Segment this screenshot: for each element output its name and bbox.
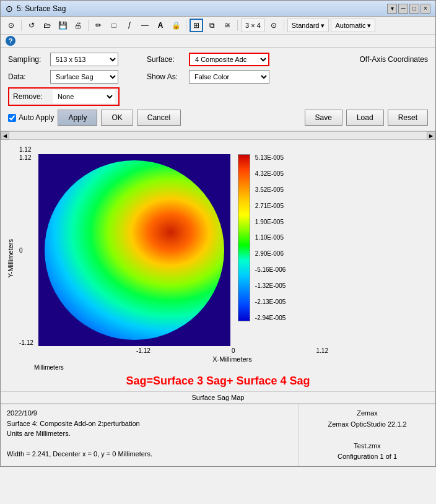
horizontal-scrollbar[interactable]: ◀ ▶ — [1, 131, 435, 140]
status-date: 2022/10/9 — [7, 408, 292, 419]
sep2 — [88, 20, 89, 31]
cb-val-1: 4.32E-005 — [255, 170, 286, 177]
main-window: ⊙ 5: Surface Sag ▾ ─ □ × ⊙ ↺ 🗁 💾 🖨 ✏ — [0, 0, 436, 467]
settings-button[interactable]: ⊙ — [4, 19, 18, 32]
close-button[interactable]: × — [421, 4, 430, 14]
pin-button[interactable]: ▾ — [387, 4, 397, 14]
lock-button[interactable]: 🔒 — [169, 19, 183, 32]
refresh-icon: ↺ — [28, 21, 35, 30]
y-label-bottom: -1.12 — [19, 339, 33, 346]
chart-plot — [38, 154, 230, 346]
cb-val-7: -5.16E-006 — [255, 266, 286, 273]
surface-select[interactable]: 4 Composite Adc — [189, 53, 269, 66]
chart-area: Y-Millimeters 1.12 1.12 0 -1.12 — [1, 140, 435, 391]
layers-icon: ≋ — [224, 21, 230, 30]
sampling-select[interactable]: 513 x 513 — [50, 53, 118, 66]
dash-button[interactable]: — — [138, 19, 152, 32]
load-button[interactable]: Load — [346, 110, 384, 126]
open-button[interactable]: 🗁 — [40, 19, 54, 32]
auto-apply-checkbox[interactable] — [8, 114, 16, 122]
cb-val-4: 1.90E-005 — [255, 219, 286, 225]
reset-button[interactable]: Reset — [388, 110, 428, 126]
x-label-left: -1.12 — [136, 347, 150, 354]
scroll-right-button[interactable]: ▶ — [427, 131, 435, 140]
controls-row-1: Sampling: 513 x 513 Surface: 4 Composite… — [8, 53, 428, 66]
cb-val-9: -2.13E-005 — [255, 298, 286, 305]
grid-size-button[interactable]: 3 × 4 — [241, 19, 265, 32]
chart-inner: 1.12 1.12 0 -1.12 5.13E-005 — [19, 146, 429, 371]
restore-button[interactable]: □ — [409, 4, 419, 14]
map-title: Surface Sag Map — [1, 391, 435, 404]
chart-plot-row: 1.12 0 -1.12 5.13E-005 4.32E-005 3.52E-0 — [19, 154, 429, 346]
status-empty2 — [305, 430, 429, 441]
cb-val-3: 2.71E-005 — [255, 202, 286, 209]
clock-icon: ⊙ — [271, 21, 277, 30]
auto-apply-label[interactable]: Auto Apply — [8, 113, 54, 122]
surface-label: Surface: — [147, 55, 184, 64]
status-zemax: Zemax — [305, 408, 429, 419]
data-label: Data: — [8, 72, 45, 81]
sep5 — [284, 20, 284, 31]
buttons-row: Auto Apply Apply OK Cancel Save Load Res… — [8, 110, 428, 126]
print-icon: 🖨 — [74, 21, 82, 30]
pen-icon: ✏ — [95, 21, 102, 30]
copy-button[interactable]: ⧉ — [205, 19, 219, 32]
standard-label: Standard ▾ — [292, 22, 325, 30]
dash-icon: — — [141, 21, 149, 30]
open-icon: 🗁 — [43, 21, 51, 30]
layers-button[interactable]: ≋ — [220, 19, 234, 32]
refresh-button[interactable]: ↺ — [25, 19, 38, 32]
y-label-zero: 0 — [19, 247, 33, 254]
status-bar: 2022/10/9 Surface 4: Composite Add-on 2:… — [1, 404, 435, 466]
right-buttons: Save Load Reset — [305, 110, 428, 126]
text-tool-button[interactable]: A — [154, 19, 167, 32]
scroll-left-button[interactable]: ◀ — [1, 131, 9, 140]
save-button[interactable]: 💾 — [56, 19, 69, 32]
copy-icon: ⧉ — [209, 21, 215, 30]
chart-container: Y-Millimeters 1.12 1.12 0 -1.12 — [7, 146, 429, 371]
offaxis-label: Off-Axis Coordinates — [360, 55, 429, 64]
minimize-button[interactable]: ─ — [398, 4, 408, 14]
rectangle-button[interactable]: □ — [107, 19, 121, 32]
cb-val-0: 5.13E-005 — [255, 154, 286, 161]
sag-formula: Sag=Surface 3 Sag+ Surface 4 Sag — [126, 371, 310, 391]
sep4 — [237, 20, 238, 31]
cb-val-10: -2.94E-005 — [255, 315, 286, 321]
cb-val-2: 3.52E-005 — [255, 186, 286, 193]
controls-area: Sampling: 513 x 513 Surface: 4 Composite… — [1, 48, 435, 131]
colorbar-section: 5.13E-005 4.32E-005 3.52E-005 2.71E-005 … — [238, 154, 288, 346]
remove-box: Remove: None — [8, 87, 120, 106]
scroll-track[interactable] — [9, 132, 427, 139]
sep3 — [186, 20, 186, 31]
automatic-dropdown[interactable]: Automatic ▾ — [331, 19, 375, 32]
cancel-button[interactable]: Cancel — [137, 110, 181, 126]
showas-label: Show As: — [147, 72, 184, 81]
status-config: Configuration 1 of 1 — [305, 451, 429, 463]
print-button[interactable]: 🖨 — [71, 19, 85, 32]
x-axis-title: X-Millimeters — [212, 355, 252, 363]
status-right: Zemax Zemax OpticStudio 22.1.2 Test.zmx … — [299, 404, 435, 466]
apply-button[interactable]: Apply — [58, 110, 97, 126]
sep1 — [21, 20, 22, 31]
colorbar-labels: 5.13E-005 4.32E-005 3.52E-005 2.71E-005 … — [253, 154, 288, 321]
save-file-button[interactable]: Save — [305, 110, 342, 126]
title-bar: ⊙ 5: Surface Sag ▾ ─ □ × — [1, 1, 435, 17]
standard-dropdown[interactable]: Standard ▾ — [287, 19, 329, 32]
ok-button[interactable]: OK — [101, 110, 133, 126]
chart-bottom-labels: -1.12 0 1.12 — [136, 346, 328, 354]
pen-button[interactable]: ✏ — [92, 19, 105, 32]
clock-button[interactable]: ⊙ — [267, 19, 281, 32]
grid-select-icon: ⊞ — [193, 21, 199, 30]
false-color-circle — [45, 160, 224, 340]
help-button[interactable]: ? — [6, 36, 15, 46]
grid-select-button[interactable]: ⊞ — [190, 19, 203, 32]
showas-select[interactable]: False Color — [189, 70, 269, 84]
x-label-zero: 0 — [232, 347, 235, 354]
rectangle-icon: □ — [111, 21, 116, 30]
remove-select[interactable]: None — [53, 90, 115, 103]
cb-val-5: 1.10E-005 — [255, 234, 286, 241]
line-button[interactable]: / — [123, 19, 136, 32]
line-icon: / — [128, 20, 131, 30]
controls-row-2: Data: Surface Sag Show As: False Color — [8, 70, 428, 84]
data-select[interactable]: Surface Sag — [50, 70, 118, 84]
